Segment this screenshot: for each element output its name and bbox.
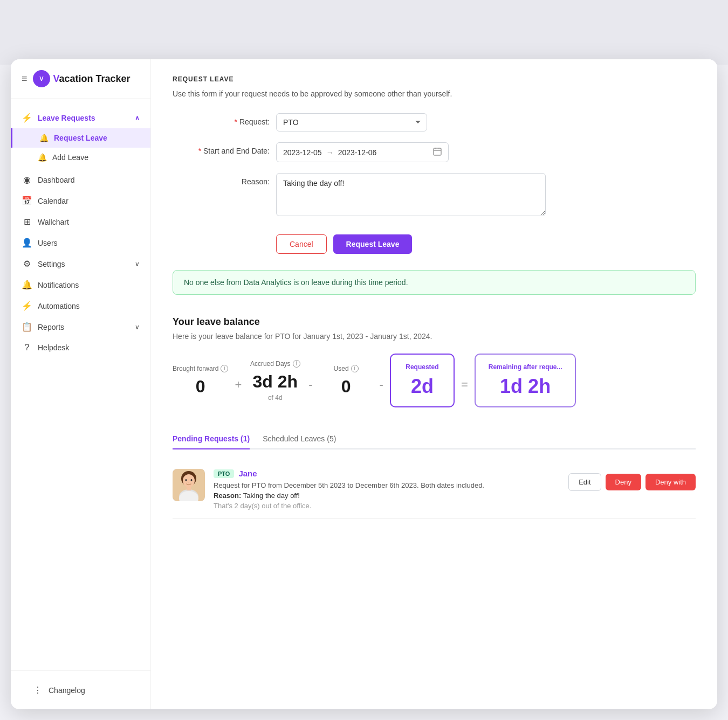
operator-equals: = — [461, 369, 468, 392]
sidebar: ≡ V Vacation Tracker ⚡ Leave Requests ∧ — [11, 59, 151, 709]
calendar-icon: 📅 — [22, 196, 32, 206]
operator-plus: + — [235, 369, 242, 392]
request-info: PTO Jane Request for PTO from December 5… — [214, 469, 560, 510]
tab-pending-requests[interactable]: Pending Requests (1) — [173, 429, 250, 449]
request-field-container: PTO Sick Leave Vacation Other — [276, 113, 696, 131]
balance-row: Brought forward i 0 + Accrued Days i 3d … — [173, 354, 696, 407]
settings-icon: ⚙ — [22, 259, 32, 269]
sidebar-item-reports[interactable]: 📋 Reports ∨ — [11, 316, 150, 337]
changelog-icon: ⋮ — [32, 685, 43, 695]
operator-minus-2: - — [380, 369, 383, 392]
reason-field-container: Taking the day off! — [276, 173, 696, 218]
cancel-button[interactable]: Cancel — [276, 234, 327, 254]
balance-card-accrued: Accrued Days i 3d 2h of 4d — [248, 360, 302, 401]
pto-badge: PTO — [214, 469, 234, 478]
sidebar-item-automations[interactable]: ⚡ Automations — [11, 295, 150, 316]
sidebar-item-label-changelog: Changelog — [49, 686, 85, 695]
svg-rect-2 — [434, 148, 441, 155]
sidebar-subitem-label-request-leave: Request Leave — [54, 134, 107, 142]
sidebar-nav: ⚡ Leave Requests ∧ 🔔 Request Leave 🔔 Add… — [11, 99, 150, 670]
form-row-dates: * Start and End Date: 2023-12-05 → 2023-… — [173, 142, 696, 162]
sidebar-bottom: ⋮ Changelog — [11, 670, 150, 709]
bell-icon-request: 🔔 — [39, 134, 49, 142]
leave-balance-section: Your leave balance Here is your leave ba… — [151, 306, 717, 418]
sidebar-item-calendar[interactable]: 📅 Calendar — [11, 190, 150, 211]
reports-icon: 📋 — [22, 322, 32, 332]
sidebar-item-leave-requests[interactable]: ⚡ Leave Requests ∧ — [11, 107, 150, 128]
request-select[interactable]: PTO Sick Leave Vacation Other — [276, 113, 427, 131]
sidebar-subitem-request-leave[interactable]: 🔔 Request Leave — [11, 128, 150, 148]
sidebar-item-users[interactable]: 👤 Users — [11, 232, 150, 253]
accrued-value: 3d 2h — [252, 372, 298, 392]
automations-icon: ⚡ — [22, 301, 32, 311]
request-text: Request for PTO from December 5th 2023 t… — [214, 481, 560, 489]
request-note: That's 2 day(s) out of the office. — [214, 502, 560, 510]
accrued-info-icon[interactable]: i — [293, 360, 300, 368]
request-leave-button[interactable]: Request Leave — [333, 234, 413, 254]
request-actions: Edit Deny Deny with — [568, 469, 696, 491]
sidebar-item-label-dashboard: Dashboard — [38, 176, 75, 184]
form-actions: Cancel Request Leave — [173, 229, 696, 254]
tabs-section: Pending Requests (1) Scheduled Leaves (5… — [151, 418, 717, 530]
reason-textarea[interactable]: Taking the day off! — [276, 173, 546, 216]
sidebar-item-label-leave-requests: Leave Requests — [38, 114, 95, 122]
used-info-icon[interactable]: i — [351, 365, 359, 372]
form-area: REQUEST LEAVE Use this form if your requ… — [151, 59, 717, 270]
sidebar-item-dashboard[interactable]: ◉ Dashboard — [11, 169, 150, 190]
sidebar-subitem-add-leave[interactable]: 🔔 Add Leave — [11, 148, 150, 167]
sidebar-item-label-helpdesk: Helpdesk — [38, 343, 69, 352]
date-range-input[interactable]: 2023-12-05 → 2023-12-06 — [276, 142, 449, 162]
required-star-date: * — [198, 147, 201, 155]
hamburger-icon[interactable]: ≡ — [22, 73, 28, 85]
svg-point-10 — [191, 479, 193, 481]
request-label: * Request: — [173, 113, 270, 126]
deny-with-button[interactable]: Deny with — [645, 474, 696, 490]
requested-label: Requested — [406, 363, 438, 371]
svg-text:V: V — [39, 75, 44, 82]
notification-icon: 🔔 — [22, 280, 32, 290]
balance-card-remaining: Remaining after reque... 1d 2h — [475, 354, 576, 407]
request-avatar — [173, 469, 205, 501]
accrued-sub: of 4d — [268, 394, 283, 401]
balance-card-brought-forward: Brought forward i 0 — [173, 365, 228, 397]
tab-scheduled-leaves[interactable]: Scheduled Leaves (5) — [263, 429, 336, 449]
info-banner: No one else from Data Analytics is on le… — [173, 270, 696, 295]
deny-button[interactable]: Deny — [606, 474, 641, 490]
brought-forward-info-icon[interactable]: i — [221, 365, 228, 372]
sidebar-item-label-settings: Settings — [38, 260, 65, 268]
users-icon: 👤 — [22, 238, 32, 248]
nav-section-leave-requests: ⚡ Leave Requests ∧ 🔔 Request Leave 🔔 Add… — [11, 107, 150, 167]
requester-name: Jane — [238, 469, 257, 478]
request-card: PTO Jane Request for PTO from December 5… — [173, 460, 696, 519]
chevron-up-icon: ∧ — [135, 114, 140, 122]
remaining-label: Remaining after reque... — [489, 363, 562, 371]
sidebar-item-settings[interactable]: ⚙ Settings ∨ — [11, 253, 150, 274]
balance-card-requested: Requested 2d — [390, 354, 455, 407]
sidebar-item-notifications[interactable]: 🔔 Notifications — [11, 274, 150, 295]
lightning-icon: ⚡ — [22, 113, 32, 123]
requested-value: 2d — [411, 375, 434, 398]
sidebar-item-wallchart[interactable]: ⊞ Wallchart — [11, 211, 150, 232]
logo: V Vacation Tracker — [33, 70, 131, 87]
bell-icon-add: 🔔 — [38, 153, 47, 162]
sidebar-item-changelog[interactable]: ⋮ Changelog — [22, 680, 140, 701]
end-date: 2023-12-06 — [338, 148, 377, 157]
form-title: REQUEST LEAVE — [173, 75, 696, 83]
sidebar-item-helpdesk[interactable]: ? Helpdesk — [11, 337, 150, 358]
sidebar-item-label-automations: Automations — [38, 302, 80, 310]
date-field-container: 2023-12-05 → 2023-12-06 — [276, 142, 696, 162]
brought-forward-value: 0 — [196, 377, 205, 397]
tabs-header: Pending Requests (1) Scheduled Leaves (5… — [173, 429, 696, 449]
arrow-icon: → — [326, 148, 334, 157]
form-row-request: * Request: PTO Sick Leave Vacation Other — [173, 113, 696, 131]
remaining-value: 1d 2h — [500, 375, 551, 398]
sidebar-item-label-wallchart: Wallchart — [38, 218, 69, 226]
balance-title: Your leave balance — [173, 316, 696, 328]
edit-button[interactable]: Edit — [568, 473, 601, 491]
used-value: 0 — [341, 377, 351, 397]
calendar-picker-icon — [433, 147, 442, 157]
brought-forward-label: Brought forward i — [173, 365, 228, 372]
form-subtitle: Use this form if your request needs to b… — [173, 89, 696, 98]
sidebar-item-label-calendar: Calendar — [38, 197, 68, 205]
sidebar-subitem-label-add-leave: Add Leave — [52, 153, 88, 162]
